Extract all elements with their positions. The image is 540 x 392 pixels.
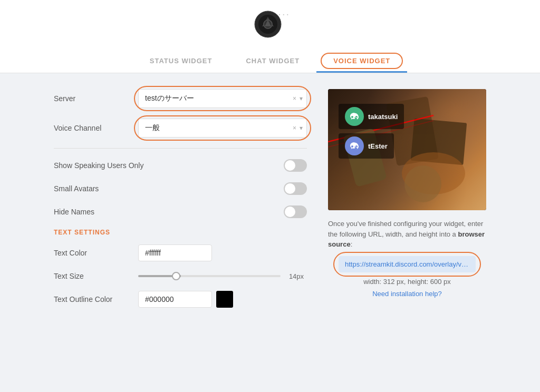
hide-names-toggle[interactable] (284, 205, 307, 218)
left-panel: Server testのサーバー × ▾ Voice Channel 一般 × (54, 89, 307, 318)
text-color-row: Text Color (54, 244, 307, 261)
logo-dots: ··· (278, 8, 290, 20)
server-select-icons: × ▾ (293, 95, 303, 102)
text-color-label: Text Color (54, 249, 138, 257)
tab-status-widget[interactable]: STATUS WIDGET (133, 51, 229, 73)
voice-channel-input-wrap: 一般 × ▾ (138, 119, 307, 138)
voice-channel-select-icons: × ▾ (293, 124, 303, 132)
dimensions-text: width: 312 px, height: 600 px (328, 278, 486, 286)
help-link[interactable]: Need installation help? (328, 290, 486, 298)
instruction-colon: : (351, 240, 353, 248)
tab-bar: STATUS WIDGET CHAT WIDGET VOICE WIDGET (133, 51, 408, 73)
username-tester: tEster (368, 142, 388, 150)
obs-logo-icon (254, 11, 282, 38)
show-speaking-label: Show Speaking Users Only (54, 161, 284, 170)
preview-users: takatsuki tEster (334, 100, 408, 163)
right-panel: takatsuki tEster Once you've finished co… (328, 89, 486, 318)
voice-user-1: takatsuki (339, 104, 404, 129)
main-content: Server testのサーバー × ▾ Voice Channel 一般 × (33, 73, 507, 334)
small-avatars-label: Small Avatars (54, 184, 284, 193)
hide-names-label: Hide Names (54, 208, 284, 216)
clear-icon[interactable]: × (293, 95, 296, 102)
text-outline-swatch[interactable] (216, 291, 233, 308)
text-size-value: 14px (286, 272, 307, 280)
hide-names-row: Hide Names (54, 205, 307, 218)
divider (54, 148, 307, 149)
text-settings-title: TEXT SETTINGS (54, 229, 307, 236)
chevron-down-icon[interactable]: ▾ (300, 95, 303, 102)
svg-point-10 (404, 165, 441, 202)
discord-logo-1 (349, 111, 360, 122)
server-label: Server (54, 94, 138, 103)
show-speaking-row: Show Speaking Users Only (54, 159, 307, 172)
text-outline-input[interactable] (138, 291, 212, 308)
preview-image: takatsuki tEster (328, 89, 486, 210)
small-avatars-row: Small Avatars (54, 182, 307, 195)
voice-channel-select-wrapper: 一般 × ▾ (138, 119, 307, 138)
voice-channel-row: Voice Channel 一般 × ▾ (54, 119, 307, 138)
server-row: Server testのサーバー × ▾ (54, 89, 307, 108)
voice-channel-select[interactable]: 一般 (138, 119, 307, 138)
avatar-tester (345, 136, 364, 155)
clear-icon[interactable]: × (293, 124, 296, 132)
small-avatars-toggle[interactable] (284, 182, 307, 195)
voice-user-2: tEster (339, 133, 394, 159)
username-takatsuki: takatsuki (368, 113, 398, 121)
logo: ··· (254, 11, 286, 42)
show-speaking-toggle[interactable] (284, 159, 307, 172)
header: ··· STATUS WIDGET CHAT WIDGET VOICE WIDG… (0, 0, 540, 73)
url-link[interactable]: https://streamkit.discord.com/overlay/vo… (339, 256, 476, 272)
text-size-slider-container: 14px (138, 272, 307, 280)
discord-logo-2 (349, 140, 360, 152)
server-input-wrap: testのサーバー × ▾ (138, 89, 307, 108)
server-select[interactable]: testのサーバー (138, 89, 307, 108)
text-outline-label: Text Outline Color (54, 295, 138, 303)
avatar-takatsuki (345, 107, 364, 126)
tab-voice-widget[interactable]: VOICE WIDGET (316, 51, 407, 73)
tab-chat-widget[interactable]: CHAT WIDGET (229, 51, 316, 73)
text-color-input[interactable] (138, 244, 212, 261)
text-size-slider[interactable] (138, 275, 281, 277)
text-outline-row: Text Outline Color (54, 291, 307, 308)
text-size-label: Text Size (54, 272, 138, 280)
chevron-down-icon[interactable]: ▾ (300, 124, 303, 132)
server-select-wrapper: testのサーバー × ▾ (138, 89, 307, 108)
text-size-row: Text Size 14px (54, 272, 307, 280)
instruction-text: Once you've finished configuring your wi… (328, 219, 486, 250)
voice-channel-label: Voice Channel (54, 124, 138, 132)
url-box: https://streamkit.discord.com/overlay/vo… (339, 256, 476, 272)
